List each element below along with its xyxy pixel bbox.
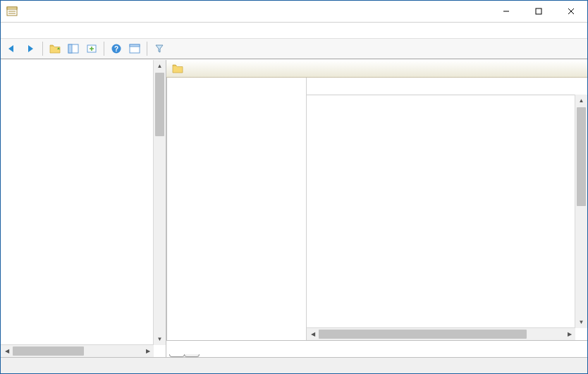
tree-vscroll[interactable]: ▲ ▼ bbox=[153, 60, 166, 345]
help-button[interactable]: ? bbox=[108, 40, 125, 57]
svg-text:?: ? bbox=[114, 45, 118, 53]
settings-list-pane: ▲ ▼ ◀ ▶ bbox=[307, 78, 587, 340]
menubar bbox=[1, 23, 587, 38]
statusbar bbox=[1, 357, 587, 373]
tab-extended[interactable] bbox=[169, 354, 185, 357]
app-icon bbox=[6, 6, 18, 17]
close-button[interactable] bbox=[555, 1, 587, 22]
list-column-header[interactable] bbox=[307, 78, 587, 95]
content-header bbox=[166, 60, 587, 78]
menu-action[interactable] bbox=[19, 29, 30, 32]
right-pane: ▲ ▼ ◀ ▶ bbox=[166, 60, 587, 357]
tree-pane: ▲ ▼ ◀ ▶ bbox=[1, 60, 166, 357]
menu-file[interactable] bbox=[5, 29, 16, 32]
svg-rect-15 bbox=[536, 8, 541, 14]
maximize-button[interactable] bbox=[522, 1, 555, 22]
properties-button[interactable] bbox=[126, 40, 143, 57]
back-button[interactable] bbox=[4, 40, 20, 57]
view-tabs bbox=[166, 341, 587, 357]
up-button[interactable] bbox=[47, 40, 63, 57]
forward-button[interactable] bbox=[22, 40, 39, 57]
svg-rect-24 bbox=[130, 44, 140, 47]
show-hide-tree-button[interactable] bbox=[65, 40, 82, 57]
folder-icon bbox=[172, 64, 183, 73]
svg-rect-19 bbox=[68, 44, 72, 53]
menu-view[interactable] bbox=[33, 29, 44, 32]
tree-hscroll[interactable]: ◀ ▶ bbox=[1, 344, 154, 357]
export-button[interactable] bbox=[83, 40, 100, 57]
titlebar bbox=[1, 1, 587, 23]
minimize-button[interactable] bbox=[490, 1, 522, 22]
toolbar: ? bbox=[1, 38, 587, 59]
list-vscroll[interactable]: ▲ ▼ bbox=[575, 95, 587, 328]
filter-button[interactable] bbox=[151, 40, 168, 57]
menu-help[interactable] bbox=[47, 29, 59, 32]
app-window: ? ▲ ▼ ◀ ▶ bbox=[0, 0, 588, 374]
list-hscroll[interactable]: ◀ ▶ bbox=[307, 327, 575, 340]
description-pane bbox=[167, 78, 307, 340]
